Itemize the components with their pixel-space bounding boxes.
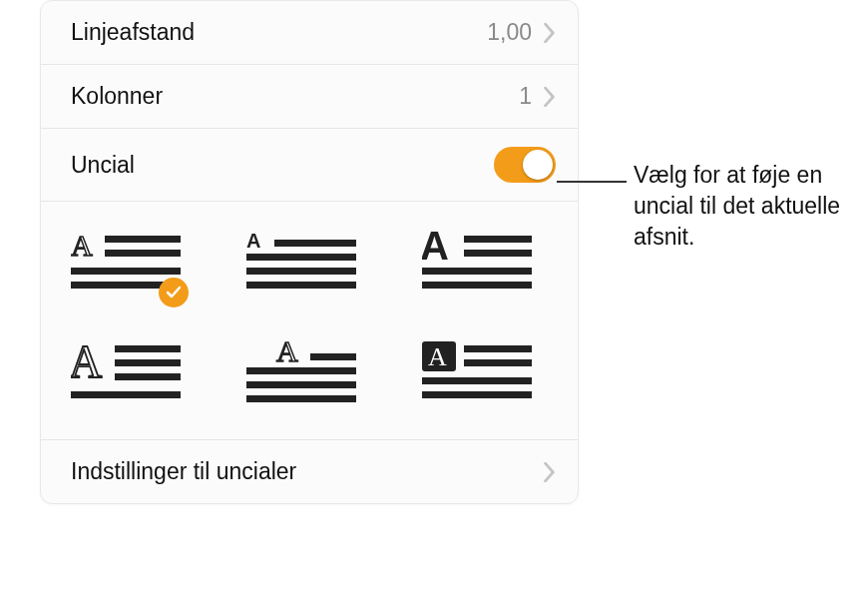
selected-check-icon bbox=[159, 278, 189, 307]
uncial-toggle[interactable] bbox=[494, 147, 556, 183]
callout-text: Vælg for at føje en uncial til det aktue… bbox=[634, 160, 853, 253]
svg-text:A: A bbox=[246, 230, 260, 252]
svg-rect-22 bbox=[246, 367, 356, 374]
svg-rect-24 bbox=[246, 395, 356, 402]
columns-right: 1 bbox=[519, 83, 556, 110]
svg-text:A: A bbox=[422, 230, 449, 268]
settings-panel: Linjeafstand 1,00 Kolonner 1 Uncial A bbox=[40, 0, 579, 504]
uncial-style-6[interactable]: A bbox=[422, 339, 532, 409]
uncial-label: Uncial bbox=[71, 152, 135, 179]
svg-text:A: A bbox=[428, 342, 447, 371]
svg-rect-21 bbox=[310, 353, 356, 360]
uncial-style-2[interactable]: A bbox=[246, 230, 356, 300]
uncial-styles-section: A A bbox=[41, 202, 578, 440]
toggle-knob bbox=[523, 150, 553, 180]
chevron-right-icon bbox=[544, 23, 556, 43]
svg-rect-14 bbox=[422, 282, 532, 289]
uncial-style-4[interactable]: A bbox=[71, 339, 181, 409]
svg-rect-8 bbox=[246, 268, 356, 275]
svg-rect-30 bbox=[422, 391, 532, 398]
chevron-right-icon bbox=[544, 87, 556, 107]
svg-text:A: A bbox=[71, 339, 102, 387]
svg-text:A: A bbox=[71, 230, 93, 262]
line-spacing-right: 1,00 bbox=[487, 19, 556, 46]
svg-rect-11 bbox=[464, 236, 532, 243]
uncial-styles-grid: A A bbox=[71, 230, 548, 409]
uncial-row: Uncial bbox=[41, 129, 578, 202]
svg-rect-28 bbox=[464, 359, 532, 366]
svg-rect-23 bbox=[246, 381, 356, 388]
svg-rect-27 bbox=[464, 345, 532, 352]
uncial-style-5[interactable]: A bbox=[246, 339, 356, 409]
svg-rect-1 bbox=[105, 236, 181, 243]
svg-rect-6 bbox=[274, 240, 356, 247]
chevron-right-icon bbox=[544, 462, 556, 482]
svg-rect-17 bbox=[115, 359, 181, 366]
uncial-settings-row[interactable]: Indstillinger til uncialer bbox=[41, 440, 578, 503]
svg-rect-9 bbox=[246, 282, 356, 289]
dropcap-style-icon: A bbox=[422, 339, 532, 409]
svg-rect-29 bbox=[422, 377, 532, 384]
columns-row[interactable]: Kolonner 1 bbox=[41, 65, 578, 129]
svg-rect-13 bbox=[422, 268, 532, 275]
callout-leader-line bbox=[557, 181, 627, 183]
dropcap-style-icon: A bbox=[246, 339, 356, 409]
uncial-style-1[interactable]: A bbox=[71, 230, 181, 300]
svg-rect-7 bbox=[246, 254, 356, 261]
line-spacing-row[interactable]: Linjeafstand 1,00 bbox=[41, 1, 578, 65]
dropcap-style-icon: A bbox=[246, 230, 356, 300]
svg-rect-18 bbox=[115, 373, 181, 380]
uncial-settings-label: Indstillinger til uncialer bbox=[71, 458, 296, 485]
svg-text:A: A bbox=[276, 339, 298, 367]
columns-value: 1 bbox=[519, 83, 532, 110]
line-spacing-value: 1,00 bbox=[487, 19, 532, 46]
dropcap-style-icon: A bbox=[71, 339, 181, 409]
uncial-style-3[interactable]: A bbox=[422, 230, 532, 300]
svg-rect-3 bbox=[71, 268, 181, 275]
uncial-settings-right bbox=[544, 462, 556, 482]
svg-rect-16 bbox=[115, 345, 181, 352]
line-spacing-label: Linjeafstand bbox=[71, 19, 195, 46]
dropcap-style-icon: A bbox=[422, 230, 532, 300]
columns-label: Kolonner bbox=[71, 83, 163, 110]
svg-rect-2 bbox=[105, 250, 181, 257]
svg-rect-19 bbox=[71, 391, 181, 398]
svg-rect-12 bbox=[464, 250, 532, 257]
